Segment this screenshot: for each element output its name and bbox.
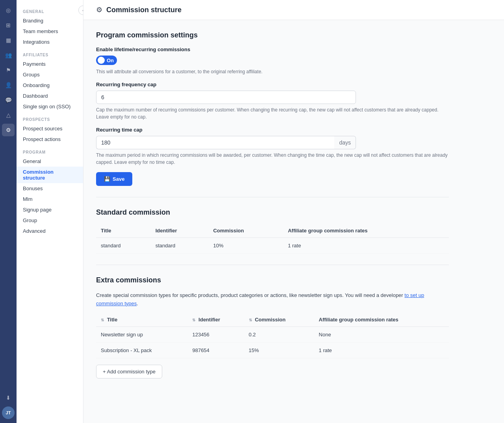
nav-dashboard[interactable]: Dashboard (17, 91, 83, 101)
extra-row-1-commission: 15% (244, 342, 314, 358)
recurring-freq-label: Recurring frequency cap (96, 82, 449, 87)
flag-icon[interactable]: ⚑ (2, 64, 15, 76)
col-title-header: Title (96, 224, 151, 238)
users-icon[interactable]: 👥 (2, 49, 15, 61)
nav-integrations[interactable]: Integrations (17, 37, 83, 47)
nav-branding[interactable]: Branding (17, 15, 83, 26)
nav-section-program: PROGRAM (17, 145, 83, 156)
standard-row-identifier: standard (151, 238, 209, 254)
nav-bonuses[interactable]: Bonuses (17, 183, 83, 194)
lifetime-toggle-wrap: On (96, 56, 449, 65)
standard-row-title: standard (96, 238, 151, 254)
chart-icon[interactable]: ▦ (2, 34, 15, 46)
col-commission-header: Commission (208, 224, 283, 238)
recurring-time-input-wrap: days (96, 136, 356, 149)
save-wrap: 💾 Save (96, 172, 449, 186)
extra-row-0-title: Newsletter sign up (96, 327, 187, 342)
extra-row-1-rates: 1 rate (314, 342, 449, 358)
table-row: Newsletter sign up 123456 0.2 None (96, 327, 449, 342)
save-button[interactable]: 💾 Save (96, 172, 132, 186)
nav-prospect-sources[interactable]: Prospect sources (17, 123, 83, 134)
grid-icon[interactable]: ⊞ (2, 19, 15, 32)
nav-commission-structure[interactable]: Commission structure (17, 167, 83, 183)
person-icon[interactable]: 👤 (2, 79, 15, 91)
standard-commission-title: Standard commission (96, 208, 449, 217)
lifetime-toggle[interactable]: On (96, 56, 117, 65)
extra-row-1-identifier: 987654 (187, 342, 244, 358)
standard-commission-section: Standard commission Title Identifier Com… (96, 208, 449, 254)
page-title: Commission structure (106, 6, 182, 14)
extra-commissions-table: ⇅ Title ⇅ Identifier ⇅ Commission Affili… (96, 313, 449, 358)
toggle-circle (98, 57, 105, 64)
standard-commission-table: Title Identifier Commission Affiliate gr… (96, 224, 449, 254)
extra-table-header-row: ⇅ Title ⇅ Identifier ⇅ Commission Affili… (96, 313, 449, 327)
recurring-time-group: Recurring time cap days The maximum peri… (96, 127, 449, 166)
extra-row-1-title: Subscription - XL pack (96, 342, 187, 358)
page-header: ⚙ Commission structure (83, 0, 504, 20)
recurring-time-label: Recurring time cap (96, 127, 449, 133)
col-identifier-header: Identifier (151, 224, 209, 238)
message-icon[interactable]: 💬 (2, 94, 15, 106)
extra-desc-text: Create special commission types for spec… (96, 292, 403, 298)
sort-icon-title: ⇅ (101, 318, 104, 322)
nav-sso[interactable]: Single sign on (SSO) (17, 101, 83, 112)
settings-icon[interactable]: ⚙ (2, 124, 15, 136)
main-content: ⚙ Commission structure Program commissio… (83, 0, 504, 423)
extra-col-commission-header: ⇅ Commission (244, 313, 314, 327)
toggle-on-label: On (107, 58, 114, 63)
lifetime-toggle-group: Enable lifetime/recurring commissions On… (96, 46, 449, 75)
logo-icon[interactable]: ◎ (2, 4, 15, 17)
download-icon[interactable]: ⬇ (2, 391, 15, 404)
extra-desc-suffix: . (137, 301, 138, 306)
recurring-freq-group: Recurring frequency cap Cap the maximum … (96, 82, 449, 121)
nav-section-general: GENERAL (17, 4, 83, 15)
add-commission-type-button[interactable]: + Add commission type (96, 365, 162, 378)
save-label: Save (113, 176, 124, 182)
extra-row-0-identifier: 123456 (187, 327, 244, 342)
table-row: Subscription - XL pack 987654 15% 1 rate (96, 342, 449, 358)
save-icon: 💾 (104, 176, 110, 182)
nav-team-members[interactable]: Team members (17, 26, 83, 37)
recurring-freq-input[interactable] (96, 91, 356, 104)
standard-row-rates: 1 rate (283, 238, 449, 254)
lifetime-label: Enable lifetime/recurring commissions (96, 46, 449, 52)
extra-col-rates-header: Affiliate group commission rates (314, 313, 449, 327)
extra-commissions-title: Extra commissions (96, 276, 449, 284)
triangle-icon[interactable]: △ (2, 109, 15, 121)
lifetime-toggle-desc: This will attribute all conversions for … (96, 68, 449, 75)
nav-group[interactable]: Group (17, 215, 83, 226)
user-avatar[interactable]: JT (2, 406, 15, 419)
extra-col-identifier-header: ⇅ Identifier (187, 313, 244, 327)
nav-section-prospects: PROSPECTS (17, 112, 83, 123)
recurring-time-desc: The maximum period in which recurring co… (96, 152, 449, 166)
col-rates-header: Affiliate group commission rates (283, 224, 449, 238)
program-commission-title: Program commission settings (96, 31, 449, 39)
nav-onboarding[interactable]: Onboarding (17, 80, 83, 91)
sort-icon-commission: ⇅ (249, 318, 252, 322)
extra-col-title-header: ⇅ Title (96, 313, 187, 327)
extra-row-0-commission: 0.2 (244, 327, 314, 342)
side-navigation: ‹ GENERAL Branding Team members Integrat… (17, 0, 83, 423)
sort-icon-identifier: ⇅ (192, 318, 195, 322)
nav-general[interactable]: General (17, 156, 83, 167)
nav-advanced[interactable]: Advanced (17, 226, 83, 236)
section-divider-2 (96, 265, 449, 265)
extra-row-0-rates: None (314, 327, 449, 342)
recurring-freq-desc: Cap the maximum number of recurring comm… (96, 106, 449, 121)
content-area: Program commission settings Enable lifet… (83, 20, 461, 390)
extra-commissions-section: Extra commissions Create special commiss… (96, 276, 449, 378)
table-row: standard standard 10% 1 rate (96, 238, 449, 254)
nav-mlm[interactable]: Mlm (17, 194, 83, 204)
nav-groups[interactable]: Groups (17, 69, 83, 80)
standard-row-commission: 10% (208, 238, 283, 254)
extra-commissions-desc: Create special commission types for spec… (96, 291, 449, 308)
program-commission-section: Program commission settings Enable lifet… (96, 31, 449, 186)
section-divider-1 (96, 197, 449, 197)
page-header-icon: ⚙ (96, 6, 102, 14)
days-addon: days (334, 136, 356, 149)
nav-payments[interactable]: Payments (17, 59, 83, 69)
recurring-time-input[interactable] (96, 136, 334, 149)
nav-prospect-actions[interactable]: Prospect actions (17, 134, 83, 145)
standard-table-header-row: Title Identifier Commission Affiliate gr… (96, 224, 449, 238)
nav-signup-page[interactable]: Signup page (17, 204, 83, 215)
